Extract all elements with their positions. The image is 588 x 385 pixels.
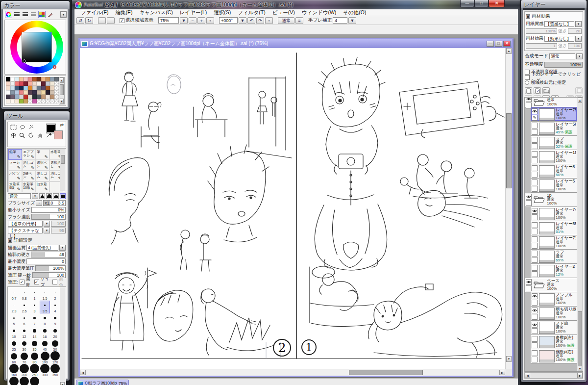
color-swatch[interactable] <box>46 77 50 81</box>
size-scroll-down[interactable]: ▼ <box>60 382 65 385</box>
brush-size-3[interactable]: 3 <box>29 301 40 313</box>
color-swatch[interactable] <box>19 86 24 90</box>
layer-folder-row[interactable]: 通常100% <box>525 98 577 107</box>
layer-scroll-up[interactable]: ▲ <box>578 98 582 103</box>
invert-selection-button[interactable] <box>107 17 115 24</box>
layer-secondary-checkbox[interactable] <box>526 285 532 291</box>
layer-row[interactable]: ✎レイヤー75通常100% <box>531 107 577 122</box>
color-swatch[interactable] <box>32 95 37 99</box>
color-swatch[interactable] <box>24 99 28 103</box>
undo-button[interactable]: ↺ <box>76 17 84 24</box>
tool-panel-title[interactable]: ツール <box>4 111 70 120</box>
pressure-slider[interactable]: 100 <box>32 272 66 278</box>
menu-1[interactable]: 編集(E) <box>112 9 136 16</box>
layer-secondary-checkbox[interactable] <box>532 214 538 220</box>
color-swatch[interactable] <box>54 90 59 95</box>
move-icon[interactable] <box>10 132 17 139</box>
canvas-scroll-down[interactable]: ▼ <box>506 356 512 362</box>
brush-size-50[interactable]: 50 <box>50 339 60 352</box>
layer-visibility-checkbox[interactable] <box>526 97 532 102</box>
canvas-close-button[interactable]: ✕ <box>503 41 511 47</box>
brush-size-250[interactable]: 250 <box>29 364 40 377</box>
layer-visibility-checkbox[interactable] <box>532 322 538 328</box>
tool-鉛筆[interactable]: 鉛筆✎ <box>8 149 22 160</box>
brush-shape-dropdown[interactable]: 【通常の円形】 <box>8 221 43 227</box>
brush-size-2[interactable]: 2 <box>50 288 60 301</box>
layer-scroll-right[interactable]: ▶ <box>577 373 583 378</box>
layer-visibility-checkbox[interactable] <box>532 293 538 299</box>
menu-4[interactable]: 選択(S) <box>210 9 234 16</box>
color-swatch[interactable] <box>19 77 24 81</box>
brush-size-200[interactable]: 200 <box>19 364 29 377</box>
layer-row[interactable]: ラフ通常52%保護 <box>531 136 577 150</box>
paper-texture-dropdown[interactable]: 【質感なし】 <box>544 21 574 27</box>
rotate-icon[interactable] <box>27 132 35 139</box>
color-swatch[interactable] <box>6 90 10 95</box>
menu-8[interactable]: その他(O) <box>340 9 369 16</box>
document-tab[interactable]: C82ラフ画100dpi (... 75% <box>76 380 129 385</box>
normal-mode-button[interactable]: 通常 <box>278 17 294 24</box>
layer-visibility-checkbox[interactable] <box>532 108 538 114</box>
tool-筆[interactable]: 筆✎ <box>36 149 49 160</box>
material-effect-toggle[interactable]: ▣ <box>526 14 530 19</box>
layer-panel-title[interactable]: レイヤー <box>521 0 587 8</box>
brush-tip-triangle[interactable] <box>39 193 45 199</box>
layer-row[interactable]: 偶数p(右)通常100%保護 <box>531 349 577 363</box>
color-swatch[interactable] <box>10 77 15 81</box>
brush-size-25[interactable]: 25 <box>9 339 19 352</box>
color-swatch[interactable] <box>50 77 54 81</box>
color-mixer-icon[interactable] <box>30 11 37 18</box>
brush-tip-flat[interactable] <box>60 193 66 199</box>
color-swatch[interactable] <box>19 99 24 103</box>
blend-mode-dropdown-button[interactable]: ▼ <box>576 53 583 59</box>
tool-消しゴム[interactable]: 消しゴム✎ <box>36 171 49 181</box>
tool-2値ペン[interactable]: 2値ペン✎ <box>22 171 36 181</box>
layer-visibility-checkbox[interactable] <box>526 279 532 285</box>
size-grid-scrollbar[interactable]: ▼ <box>60 287 65 385</box>
layer-secondary-checkbox[interactable] <box>532 243 538 249</box>
brush-size-5[interactable]: 5 <box>9 313 19 326</box>
zoom-icon[interactable] <box>19 132 26 139</box>
min-size-field[interactable]: 0% <box>31 207 66 213</box>
color-panel-title[interactable]: カラー <box>1 1 70 9</box>
brush-size-16[interactable]: 16 <box>40 326 50 339</box>
brush-tip-round[interactable] <box>46 193 52 199</box>
layer-secondary-checkbox[interactable] <box>532 342 538 348</box>
layer-list-hscrollbar[interactable]: ◀ ▶ <box>524 372 583 379</box>
layer-secondary-checkbox[interactable] <box>532 143 538 149</box>
brush-size-14[interactable]: 14 <box>29 326 40 339</box>
color-swatch[interactable] <box>54 99 59 103</box>
rgb-slider-icon[interactable] <box>13 11 21 18</box>
layer-secondary-checkbox[interactable] <box>532 271 538 277</box>
color-swatch[interactable] <box>24 86 28 90</box>
color-swatch[interactable] <box>46 95 50 99</box>
color-swatch[interactable] <box>50 99 54 103</box>
canvas-scroll-up[interactable]: ▲ <box>506 48 512 54</box>
brush-size-4[interactable]: 4 <box>50 301 60 313</box>
color-swatch[interactable] <box>6 95 10 99</box>
layer-visibility-checkbox[interactable] <box>532 336 538 342</box>
layer-secondary-checkbox[interactable] <box>532 357 538 362</box>
layer-visibility-checkbox[interactable] <box>532 137 538 143</box>
paint-mode-dropdown[interactable]: 通常 <box>8 193 31 199</box>
color-swatch[interactable] <box>10 95 15 99</box>
angle-reset-button[interactable]: ▫ <box>265 17 273 24</box>
color-swatch[interactable] <box>41 99 46 103</box>
angle-field[interactable]: +000° <box>219 17 238 24</box>
selection-source-radio[interactable] <box>525 80 529 85</box>
clipping-checkbox[interactable] <box>525 75 530 80</box>
color-swatch[interactable] <box>10 90 15 95</box>
swatch-scroll-down[interactable]: ▼ <box>60 99 64 104</box>
layer-row[interactable]: 奇数p(左)通常100%保護 <box>531 335 577 349</box>
texture-dropdown-button[interactable]: ▼ <box>44 228 50 233</box>
texture-dropdown[interactable]: 【テクスチャなし】 <box>8 228 43 233</box>
color-swatch[interactable] <box>50 95 54 99</box>
color-swatch[interactable] <box>28 81 32 86</box>
layer-folder-row[interactable]: ベース通常100% <box>525 278 577 292</box>
zoom-dropdown-button[interactable]: ▼ <box>180 17 188 24</box>
brush-size-9[interactable]: 9 <box>50 313 60 326</box>
brush-shape-dropdown-button[interactable]: ▼ <box>44 221 50 227</box>
color-swatch[interactable] <box>54 86 59 90</box>
brush-size-6[interactable]: 6 <box>19 313 29 326</box>
layer-scroll-left[interactable]: ◀ <box>525 373 530 378</box>
